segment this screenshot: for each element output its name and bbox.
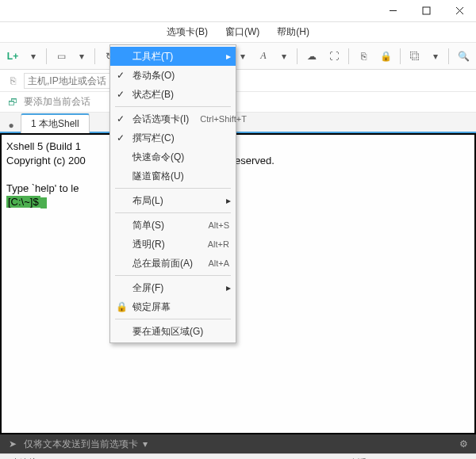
- separator: [297, 48, 298, 64]
- font-icon[interactable]: A: [254, 47, 273, 66]
- menu-item-statusbar[interactable]: ✓状态栏(B): [110, 85, 236, 104]
- menu-item-simple[interactable]: 简单(S)Alt+S: [110, 216, 236, 235]
- lock-icon[interactable]: 🔒: [376, 47, 395, 66]
- tab-local-shell[interactable]: 1 本地Shell: [21, 113, 90, 133]
- separator: [400, 48, 401, 64]
- menu-item-quickcmd[interactable]: 快速命令(Q): [110, 147, 236, 166]
- menubar: 选项卡(B) 窗口(W) 帮助(H): [0, 22, 476, 43]
- menu-help[interactable]: 帮助(H): [271, 23, 316, 41]
- menu-item-label: 要在通知区域(G): [132, 325, 203, 339]
- terminal-cursor: [40, 197, 47, 208]
- menu-separator: [115, 275, 231, 276]
- titlebar: [0, 0, 476, 22]
- menu-item-layout[interactable]: 布局(L)▸: [110, 191, 236, 210]
- menu-item-transp[interactable]: 透明(R)Alt+R: [110, 235, 236, 254]
- menu-shortcut: Alt+S: [197, 220, 229, 230]
- menu-item-label: 锁定屏幕: [132, 300, 171, 314]
- send-bar-label: 仅将文本发送到当前选项卡: [24, 438, 138, 451]
- toolbar-dropdown-4[interactable]: ▾: [276, 47, 292, 66]
- menu-item-scrollbar[interactable]: ✓卷动条(O): [110, 66, 236, 85]
- address-row: ⎘: [0, 70, 476, 92]
- svg-rect-0: [423, 7, 430, 14]
- menu-separator: [115, 106, 231, 107]
- menu-separator: [115, 212, 231, 213]
- menu-separator: [115, 188, 231, 189]
- menu-item-label: 状态栏(B): [132, 88, 174, 101]
- add-session-label: 要添加当前会话: [24, 95, 90, 109]
- open-icon[interactable]: ▭: [52, 47, 71, 66]
- menu-item-compose[interactable]: ✓撰写栏(C): [110, 128, 236, 147]
- send-icon[interactable]: ➤: [6, 438, 19, 450]
- menu-item-label: 总在最前面(A): [132, 257, 193, 270]
- menu-item-label: 隧道窗格(U): [132, 170, 184, 183]
- copy-icon[interactable]: ⿻: [405, 47, 424, 66]
- check-icon: ✓: [117, 70, 125, 81]
- submenu-arrow-icon: ▸: [226, 195, 231, 206]
- toolbar-dropdown-1[interactable]: ▾: [25, 47, 41, 66]
- menu-item-lock[interactable]: 🔒锁定屏幕: [110, 297, 236, 316]
- menu-item-sessiontab[interactable]: ✓会话选项卡(I)Ctrl+Shift+T: [110, 109, 236, 128]
- chevron-down-icon[interactable]: ▾: [143, 438, 148, 449]
- menu-shortcut: Alt+A: [197, 258, 229, 268]
- close-button[interactable]: [443, 0, 476, 22]
- send-bar: ➤ 仅将文本发送到当前选项卡 ▾ ⚙: [0, 434, 476, 453]
- separator: [46, 48, 47, 64]
- terminal-line: Copyright (c) 200: [6, 155, 86, 166]
- menu-item-label: 简单(S): [132, 219, 164, 232]
- tab-bullet-icon: ●: [5, 119, 17, 132]
- cloud-icon[interactable]: ☁: [302, 47, 321, 66]
- separator: [94, 48, 95, 64]
- sendbar-settings-icon[interactable]: ⚙: [457, 438, 470, 450]
- submenu-arrow-icon: ▸: [226, 51, 231, 62]
- menu-item-label: 工具栏(T): [132, 50, 173, 63]
- terminal-prompt: [C:\~]$: [6, 196, 40, 208]
- menu-item-fullscreen[interactable]: 全屏(F)▸: [110, 278, 236, 297]
- menu-item-toolbar[interactable]: 工具栏(T)▸: [110, 47, 236, 66]
- menu-item-label: 快速命令(Q): [132, 151, 184, 164]
- check-icon: ✓: [117, 132, 125, 143]
- status-bar: 未连接。 xterm ⌂ 88x25 ↕ 5,9 2 会话 CAP NUM ◢: [0, 453, 476, 459]
- menu-item-tunnel[interactable]: 隧道窗格(U): [110, 166, 236, 186]
- minimize-button[interactable]: [376, 0, 409, 22]
- separator: [348, 48, 349, 64]
- maximize-button[interactable]: [409, 0, 443, 22]
- terminal[interactable]: Xshell 5 (Build 1 Copyright (c) 200 c. A…: [0, 133, 476, 434]
- menu-item-label: 透明(R): [132, 238, 165, 251]
- lock-icon: 🔒: [116, 301, 128, 312]
- new-session-button[interactable]: L+: [3, 47, 22, 66]
- add-icon[interactable]: 🗗: [6, 96, 19, 109]
- check-icon: ✓: [117, 89, 125, 100]
- resize-grip-icon[interactable]: ◢: [457, 457, 470, 460]
- menu-item-label: 撰写栏(C): [132, 132, 175, 145]
- menu-item-topmost[interactable]: 总在最前面(A)Alt+A: [110, 254, 236, 273]
- menu-item-label: 布局(L): [132, 194, 163, 208]
- menu-shortcut: Ctrl+Shift+T: [189, 114, 247, 124]
- toolbar: L+ ▾ ▭ ▾ ↻ ⎋ 🌐 ▾ A ▾ ☁ ⛶ ⎘ 🔒 ⿻ ▾ 🔍: [0, 43, 476, 70]
- toolbar-dropdown-5[interactable]: ▾: [428, 47, 443, 66]
- toolbar-dropdown-3[interactable]: ▾: [235, 47, 251, 66]
- menu-tabs[interactable]: 选项卡(B): [160, 23, 214, 41]
- menu-item-label: 会话选项卡(I): [132, 113, 189, 126]
- menu-item-tray[interactable]: 要在通知区域(G): [110, 322, 236, 341]
- host-icon: ⎘: [6, 75, 19, 87]
- search-icon[interactable]: 🔍: [454, 47, 473, 66]
- submenu-arrow-icon: ▸: [226, 282, 231, 293]
- encoding-icon[interactable]: ⎘: [354, 47, 373, 66]
- menu-separator: [115, 319, 231, 319]
- add-session-row: 🗗 要添加当前会话: [0, 92, 476, 113]
- menu-item-label: 卷动条(O): [132, 69, 175, 82]
- terminal-line: Xshell 5 (Build 1: [6, 140, 81, 152]
- toolbar-dropdown-2[interactable]: ▾: [74, 47, 90, 66]
- menu-item-label: 全屏(F): [132, 281, 163, 295]
- view-menu-dropdown: 工具栏(T)▸✓卷动条(O)✓状态栏(B)✓会话选项卡(I)Ctrl+Shift…: [109, 44, 236, 343]
- terminal-line: Type `help' to le: [6, 182, 79, 194]
- menu-shortcut: Alt+R: [197, 239, 229, 249]
- check-icon: ✓: [117, 113, 125, 124]
- menu-window[interactable]: 窗口(W): [219, 23, 266, 41]
- fullscreen-icon[interactable]: ⛶: [324, 47, 344, 66]
- separator: [448, 48, 449, 64]
